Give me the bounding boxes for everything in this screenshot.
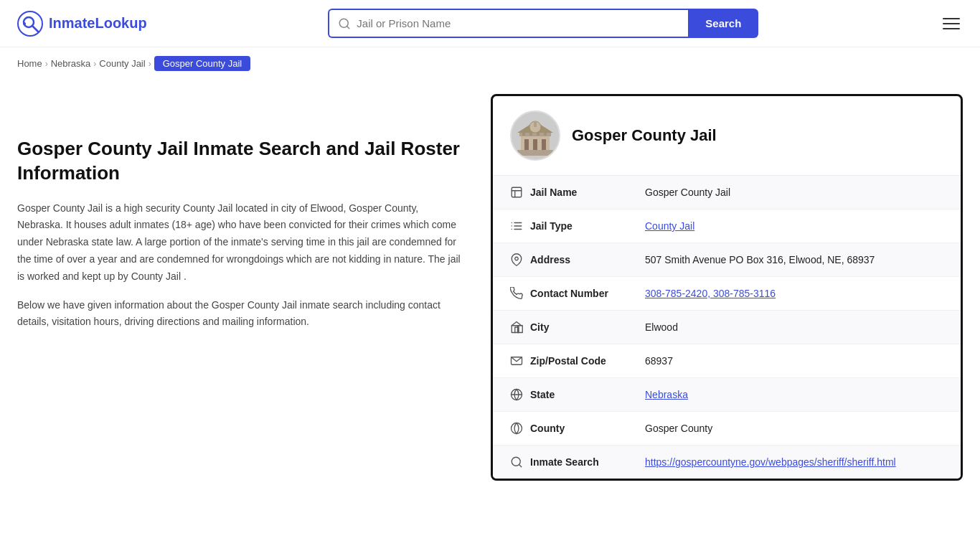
breadcrumb-county-jail[interactable]: County Jail [99,58,145,69]
mail-icon [510,354,530,367]
svg-rect-18 [534,121,537,127]
info-value: https://gospercountyne.gov/webpages/sher… [645,456,943,468]
chevron-icon-2: › [93,59,96,69]
info-link[interactable]: Nebraska [645,389,688,400]
main-content: Gosper County Jail Inmate Search and Jai… [0,80,980,495]
search-area: Search [328,9,758,38]
pin-icon [510,253,530,266]
svg-rect-19 [512,187,522,197]
hamburger-line-3 [943,28,960,29]
logo-icon [17,11,43,37]
hamburger-menu[interactable] [940,15,963,32]
info-value: 308-785-2420, 308-785-3116 [645,288,943,299]
info-label: Contact Number [530,288,645,299]
svg-point-34 [512,423,522,434]
jail-avatar [510,110,560,161]
logo[interactable]: InmateLookup [17,11,147,37]
svg-line-5 [347,26,349,28]
table-row: Jail NameGosper County Jail [493,176,961,209]
chevron-icon-3: › [149,59,151,69]
table-row: Address507 Smith Avenue PO Box 316, Elwo… [493,243,961,277]
table-row: StateNebraska [493,378,961,412]
svg-point-3 [23,22,26,25]
search-button[interactable]: Search [688,9,758,38]
svg-rect-15 [544,133,547,136]
left-column: Gosper County Jail Inmate Search and Jai… [17,94,491,481]
breadcrumb-home[interactable]: Home [17,58,42,69]
search-input[interactable] [351,10,679,37]
svg-rect-10 [542,139,546,150]
info-table: Jail NameGosper County JailJail TypeCoun… [493,176,961,479]
table-row: Jail TypeCounty Jail [493,209,961,243]
info-value: Elwood [645,321,943,333]
description-para-1: Gosper County Jail is a high security Co… [17,200,462,286]
jail-card-header: Gosper County Jail [493,96,961,176]
svg-rect-14 [537,133,540,136]
info-value: Gosper County Jail [645,187,943,198]
info-value: 68937 [645,355,943,367]
info-link[interactable]: County Jail [645,220,694,232]
jail-icon [510,186,530,199]
info-label: Jail Name [530,187,645,198]
info-label: Inmate Search [530,456,645,468]
info-link[interactable]: 308-785-2420, 308-785-3116 [645,288,776,299]
info-label: Address [530,254,645,265]
info-label: Jail Type [530,220,645,232]
info-label: Zip/Postal Code [530,355,645,367]
info-value: Gosper County [645,423,943,434]
hamburger-line-2 [943,23,960,24]
globe-icon [510,388,530,401]
description-para-2: Below we have given information about th… [17,297,462,331]
svg-rect-12 [522,133,525,136]
search-input-wrapper [328,9,688,38]
search-icon [510,456,530,468]
hamburger-line-1 [943,18,960,19]
svg-point-28 [515,257,519,260]
search-icon [338,17,351,30]
table-row: Contact Number308-785-2420, 308-785-3116 [493,277,961,311]
header: InmateLookup Search [0,0,980,47]
info-value: 507 Smith Avenue PO Box 316, Elwood, NE,… [645,254,943,265]
county-icon [510,422,530,435]
info-label: County [530,423,645,434]
phone-icon [510,287,530,300]
info-value: County Jail [645,220,943,232]
info-label: City [530,321,645,333]
city-icon [510,321,530,334]
breadcrumb: Home › Nebraska › County Jail › Gosper C… [0,47,980,80]
svg-rect-8 [524,139,529,150]
info-label: State [530,389,645,400]
list-icon [510,220,530,232]
svg-rect-9 [533,139,537,150]
svg-point-0 [18,11,42,36]
svg-line-36 [519,464,521,466]
chevron-icon-1: › [45,59,48,69]
table-row: CountyGosper County [493,412,961,446]
table-row: Zip/Postal Code68937 [493,344,961,378]
table-row: CityElwood [493,311,961,344]
breadcrumb-active: Gosper County Jail [154,56,251,71]
info-value: Nebraska [645,389,943,400]
table-row: Inmate Searchhttps://gospercountyne.gov/… [493,446,961,479]
page-title: Gosper County Jail Inmate Search and Jai… [17,137,462,186]
right-column: Gosper County Jail Jail NameGosper Count… [491,94,963,481]
svg-rect-6 [517,150,553,156]
logo-text: InmateLookup [49,15,147,32]
jail-card: Gosper County Jail Jail NameGosper Count… [491,94,963,481]
svg-rect-13 [529,133,532,136]
jail-card-title: Gosper County Jail [572,126,717,145]
breadcrumb-nebraska[interactable]: Nebraska [51,58,91,69]
courthouse-icon [514,114,557,157]
info-link[interactable]: https://gospercountyne.gov/webpages/sher… [645,456,896,468]
